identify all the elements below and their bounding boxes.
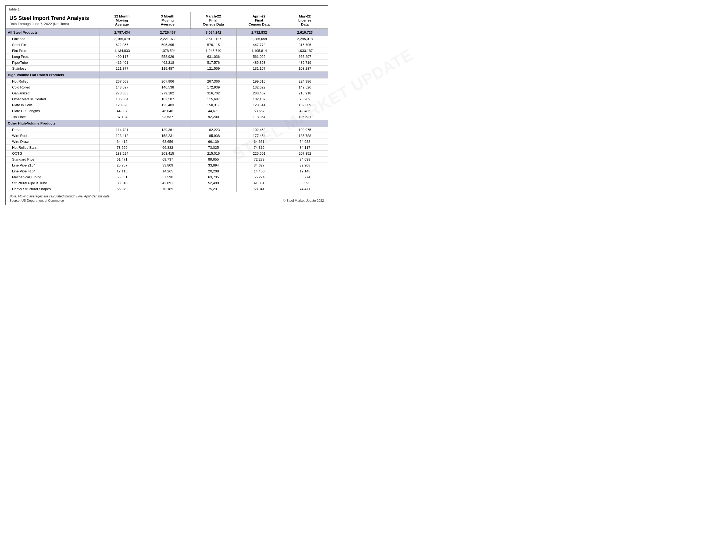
data-cell-may22: 36,595	[282, 180, 328, 186]
data-cell-3mo: 558,929	[145, 54, 191, 60]
data-cell-12mo: 121,877	[99, 66, 145, 72]
table-row: Pipe/Tube416,401462,218517,576485,353485…	[6, 60, 328, 66]
data-cell-12mo: 2,787,434	[99, 29, 145, 36]
data-cell-apr22: 2,285,059	[236, 36, 282, 42]
data-cell-3mo: 69,737	[145, 157, 191, 162]
data-cell-may22: 215,918	[282, 90, 328, 96]
data-cell-mar22: 517,576	[191, 60, 236, 66]
product-cell: Galvanized	[6, 90, 99, 96]
data-cell-may22: 108,287	[282, 66, 328, 72]
data-cell-3mo: 203,415	[145, 151, 191, 157]
title-block: US Steel Import Trend Analysis Data Thro…	[6, 12, 99, 29]
data-cell-apr22: 55,274	[236, 174, 282, 180]
product-cell: Hot Rolled Bars	[6, 145, 99, 151]
data-cell-12mo: 106,534	[99, 96, 145, 102]
data-cell-3mo	[145, 72, 191, 79]
table-container: Table 1 US Steel Import Trend Analysis D…	[5, 5, 723, 205]
data-cell-may22: 224,986	[282, 79, 328, 84]
table-label: Table 1	[6, 6, 328, 12]
data-cell-may22: 199,975	[282, 127, 328, 133]
data-cell-apr22: 288,469	[236, 90, 282, 96]
data-cell-12mo: 278,383	[99, 90, 145, 96]
data-cell-may22: 207,852	[282, 151, 328, 157]
data-cell-3mo: 93,537	[145, 114, 191, 120]
data-cell-mar22: 73,025	[191, 145, 236, 151]
table-row: Stainless121,877119,487121,559131,157108…	[6, 66, 328, 72]
table-row: Hot Rolled267,608207,906267,366199,61522…	[6, 79, 328, 84]
data-cell-apr22: 1,105,814	[236, 48, 282, 54]
data-cell-12mo: 38,518	[99, 180, 145, 186]
data-cell-may22: 32,908	[282, 162, 328, 168]
data-cell-3mo: 2,726,467	[145, 29, 191, 36]
data-cell-mar22: 2,518,127	[191, 36, 236, 42]
product-cell: Wire Rod	[6, 133, 99, 139]
data-table: All Steel Products2,787,4342,726,4673,09…	[6, 29, 328, 192]
table-row: Flat Prod.1,134,8331,078,5041,246,7401,1…	[6, 48, 328, 54]
data-cell-3mo: 1,078,504	[145, 48, 191, 54]
data-cell-12mo: 55,061	[99, 174, 145, 180]
data-cell-12mo: 61,471	[99, 157, 145, 162]
data-cell-may22	[282, 72, 328, 79]
data-cell-3mo: 102,587	[145, 96, 191, 102]
data-cell-mar22: 89,655	[191, 157, 236, 162]
data-cell-12mo: 416,401	[99, 60, 145, 66]
data-cell-mar22: 162,223	[191, 127, 236, 133]
data-cell-mar22: 631,036	[191, 54, 236, 60]
data-cell-3mo: 119,487	[145, 66, 191, 72]
product-cell: Hot Rolled	[6, 79, 99, 84]
data-cell-may22: 84,117	[282, 145, 328, 151]
data-cell-may22: 106,531	[282, 114, 328, 120]
data-cell-may22: 132,309	[282, 102, 328, 108]
product-cell: Standard Pipe	[6, 157, 99, 162]
data-cell-apr22: 64,661	[236, 139, 282, 145]
data-cell-12mo: 87,194	[99, 114, 145, 120]
product-cell: Tin Plate	[6, 114, 99, 120]
table-row: Rebar114,781139,361162,223102,452199,975	[6, 127, 328, 133]
data-cell-apr22: 132,622	[236, 84, 282, 90]
table-row: Plate in Coils128,620125,483150,317128,6…	[6, 102, 328, 108]
data-cell-3mo: 33,809	[145, 162, 191, 168]
data-cell-may22: 186,788	[282, 133, 328, 139]
data-cell-mar22: 52,499	[191, 180, 236, 186]
product-cell: Pipe/Tube	[6, 60, 99, 66]
data-cell-may22: 74,471	[282, 186, 328, 192]
table-row: Semi-Fin622,355505,395576,115447,773315,…	[6, 42, 328, 48]
table-header: US Steel Import Trend Analysis Data Thro…	[6, 12, 328, 29]
data-cell-may22: 84,038	[282, 157, 328, 162]
footer-section: Note: Moving averages are calculated thr…	[6, 192, 328, 205]
data-cell-mar22: 267,366	[191, 79, 236, 84]
data-cell-3mo	[145, 120, 191, 127]
table-row: Cold Rolled143,597146,538172,939132,6221…	[6, 84, 328, 90]
data-cell-mar22: 115,687	[191, 96, 236, 102]
data-cell-12mo: 123,412	[99, 133, 145, 139]
data-cell-apr22: 53,657	[236, 108, 282, 114]
data-cell-apr22: 447,773	[236, 42, 282, 48]
product-cell: Structural Pipe & Tube	[6, 180, 99, 186]
data-cell-may22: 19,148	[282, 168, 328, 174]
data-cell-apr22: 131,157	[236, 66, 282, 72]
data-cell-mar22: 63,735	[191, 174, 236, 180]
product-cell: Other High-Volume Products	[6, 120, 99, 127]
data-cell-may22: 665,297	[282, 54, 328, 60]
table-row: Other Metallic Coated106,534102,587115,6…	[6, 96, 328, 102]
data-cell-may22: 76,209	[282, 96, 328, 102]
product-cell: Semi-Fin	[6, 42, 99, 48]
data-cell-12mo	[99, 72, 145, 79]
data-cell-12mo: 267,608	[99, 79, 145, 84]
data-cell-apr22: 2,732,832	[236, 29, 282, 36]
product-cell: Heavy Structural Shapes	[6, 186, 99, 192]
table-title: US Steel Import Trend Analysis	[9, 15, 95, 21]
data-cell-mar22: 1,246,740	[191, 48, 236, 54]
data-cell-3mo: 42,891	[145, 180, 191, 186]
product-cell: Wire Drawn	[6, 139, 99, 145]
col-header-mar22: March-22FinalCensus Data	[191, 12, 236, 29]
table-row: Line Pipe >16"17,11514,26520,20814,40019…	[6, 168, 328, 174]
table-row: Plate Cut Lengths44,80746,04644,67153,65…	[6, 108, 328, 114]
data-cell-3mo: 57,590	[145, 174, 191, 180]
data-cell-mar22	[191, 120, 236, 127]
data-cell-may22: 1,033,187	[282, 48, 328, 54]
data-cell-mar22: 92,200	[191, 114, 236, 120]
data-cell-mar22: 66,139	[191, 139, 236, 145]
data-cell-apr22: 68,341	[236, 186, 282, 192]
data-cell-mar22: 215,016	[191, 151, 236, 157]
